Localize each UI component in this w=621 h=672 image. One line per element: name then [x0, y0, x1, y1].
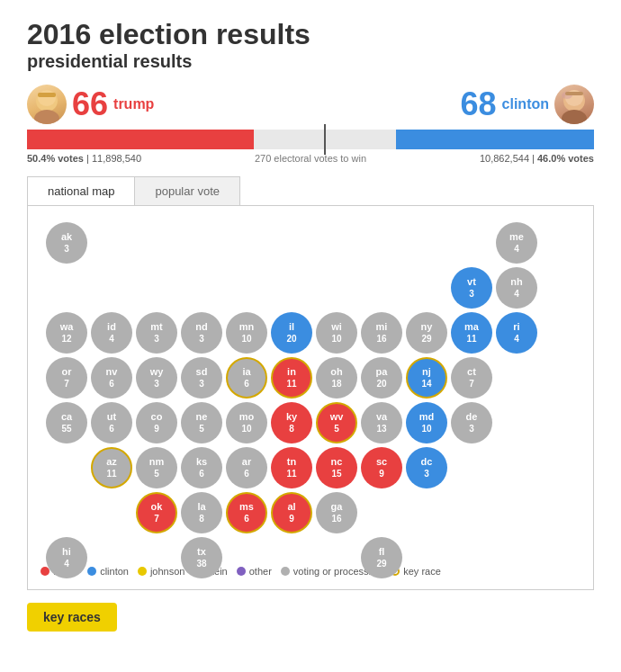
state-in[interactable]: in11 [271, 357, 312, 399]
trump-name: trump [113, 96, 154, 112]
state-oh[interactable]: oh18 [316, 357, 357, 399]
state-dc[interactable]: dc3 [406, 447, 447, 488]
bar-middle [254, 130, 396, 149]
state-mi[interactable]: mi16 [361, 312, 402, 354]
trump-stats: 50.4% votes | 11,898,540 [27, 153, 141, 164]
presidential-results: presidential results 66 trump [27, 51, 594, 164]
state-id[interactable]: id4 [91, 312, 132, 354]
state-ak[interactable]: ak3 [46, 222, 87, 264]
trump-candidate: 66 trump [27, 85, 154, 124]
clinton-legend-dot [87, 567, 96, 576]
other-legend-label: other [249, 566, 272, 577]
state-il[interactable]: il20 [271, 312, 312, 354]
bar-label: 270 electoral votes to win [255, 153, 366, 164]
clinton-ev: 68 [461, 85, 497, 123]
state-al[interactable]: al9 [271, 492, 312, 533]
state-ny[interactable]: ny29 [406, 312, 447, 354]
map-area: ak3me4vt3nh4wa12id4mt3nd3mn10il20wi10mi1… [27, 205, 594, 590]
johnson-legend-label: johnson [150, 566, 185, 577]
state-ri[interactable]: ri4 [496, 312, 537, 354]
state-mn[interactable]: mn10 [226, 312, 267, 354]
other-legend-dot [237, 567, 246, 576]
tab-national-map[interactable]: national map [28, 177, 135, 205]
svg-rect-3 [38, 93, 56, 97]
clinton-stats: 10,862,544 | 46.0% votes [480, 153, 594, 164]
clinton-candidate: clinton 68 [461, 85, 594, 124]
state-nd[interactable]: nd3 [181, 312, 222, 354]
state-sc[interactable]: sc9 [361, 447, 402, 488]
state-az[interactable]: az11 [91, 447, 132, 488]
state-or[interactable]: or7 [46, 357, 87, 399]
svg-point-1 [34, 110, 59, 124]
clinton-bar [396, 130, 595, 149]
state-map: ak3me4vt3nh4wa12id4mt3nd3mn10il20wi10mi1… [37, 219, 584, 551]
svg-point-5 [562, 110, 587, 124]
state-nj[interactable]: nj14 [406, 357, 447, 399]
state-ga[interactable]: ga16 [316, 492, 357, 533]
270-marker [324, 124, 326, 155]
svg-rect-8 [565, 92, 583, 95]
state-tx[interactable]: tx38 [181, 537, 222, 578]
state-fl[interactable]: fl29 [361, 537, 402, 578]
johnson-legend-dot [138, 567, 147, 576]
candidates-row: 66 trump clinton 68 [27, 85, 594, 124]
state-mo[interactable]: mo10 [226, 402, 267, 444]
state-ms[interactable]: ms6 [226, 492, 267, 533]
state-va[interactable]: va13 [361, 402, 402, 444]
state-ky[interactable]: ky8 [271, 402, 312, 444]
state-md[interactable]: md10 [406, 402, 447, 444]
trump-ev: 66 [72, 85, 108, 123]
trump-avatar [27, 85, 67, 124]
state-la[interactable]: la8 [181, 492, 222, 533]
clinton-avatar [554, 85, 594, 124]
svg-point-2 [38, 90, 56, 106]
state-me[interactable]: me4 [496, 222, 537, 264]
key-races-button[interactable]: key races [27, 603, 117, 632]
state-nv[interactable]: nv6 [91, 357, 132, 399]
state-wv[interactable]: wv5 [316, 402, 357, 444]
keyrace-legend-label: key race [403, 566, 441, 577]
state-ma[interactable]: ma11 [451, 312, 492, 354]
clinton-legend-label: clinton [100, 566, 129, 577]
trump-bar [27, 130, 254, 149]
legend-other: other [237, 566, 272, 577]
state-ne[interactable]: ne5 [181, 402, 222, 444]
ev-bar [27, 130, 594, 149]
state-ks[interactable]: ks6 [181, 447, 222, 488]
state-de[interactable]: de3 [451, 402, 492, 444]
state-nm[interactable]: nm5 [136, 447, 177, 488]
state-nc[interactable]: nc15 [316, 447, 357, 488]
state-nh[interactable]: nh4 [496, 267, 537, 309]
legend-clinton: clinton [87, 566, 129, 577]
state-sd[interactable]: sd3 [181, 357, 222, 399]
state-ok[interactable]: ok7 [136, 492, 177, 533]
processing-legend-dot [281, 567, 290, 576]
legend-johnson: johnson [138, 566, 185, 577]
state-wa[interactable]: wa12 [46, 312, 87, 354]
bar-stats: 50.4% votes | 11,898,540 270 electoral v… [27, 153, 594, 164]
map-legend: trump clinton johnson stein other voting… [37, 560, 584, 577]
state-tn[interactable]: tn11 [271, 447, 312, 488]
tab-bar: national map popular vote [27, 176, 240, 205]
state-vt[interactable]: vt3 [451, 267, 492, 309]
tab-popular-vote[interactable]: popular vote [135, 177, 239, 205]
state-ca[interactable]: ca55 [46, 402, 87, 444]
state-pa[interactable]: pa20 [361, 357, 402, 399]
state-ut[interactable]: ut6 [91, 402, 132, 444]
state-wi[interactable]: wi10 [316, 312, 357, 354]
state-co[interactable]: co9 [136, 402, 177, 444]
state-ia[interactable]: ia6 [226, 357, 267, 399]
state-wy[interactable]: wy3 [136, 357, 177, 399]
page-title: 2016 election results [27, 18, 594, 51]
clinton-name: clinton [502, 96, 549, 112]
section-label: presidential results [27, 51, 594, 72]
state-hi[interactable]: hi4 [46, 537, 87, 578]
state-ar[interactable]: ar6 [226, 447, 267, 488]
state-ct[interactable]: ct7 [451, 357, 492, 399]
state-mt[interactable]: mt3 [136, 312, 177, 354]
